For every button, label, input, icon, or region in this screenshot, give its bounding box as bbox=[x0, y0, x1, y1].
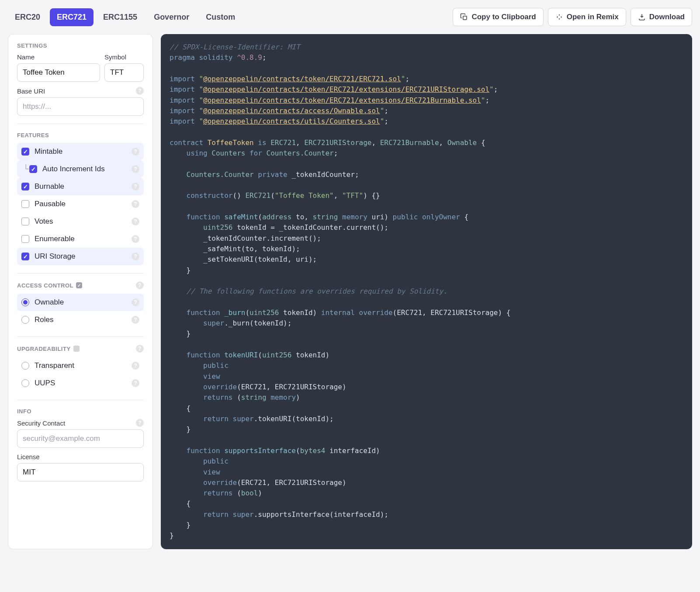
divider bbox=[17, 336, 144, 337]
help-icon[interactable]: ? bbox=[132, 316, 139, 324]
option-label: Votes bbox=[35, 217, 53, 226]
checkbox-input[interactable] bbox=[21, 253, 29, 260]
upgradeability-toggle[interactable] bbox=[73, 346, 80, 352]
name-input[interactable] bbox=[17, 63, 100, 82]
help-icon[interactable]: ? bbox=[132, 200, 139, 208]
open-remix-button[interactable]: Open in Remix bbox=[548, 8, 626, 26]
copy-icon bbox=[460, 13, 468, 21]
code-preview: // SPDX-License-Identifier: MIT pragma s… bbox=[161, 34, 692, 549]
divider bbox=[17, 273, 144, 273]
download-button[interactable]: Download bbox=[631, 8, 692, 26]
option-burnable[interactable]: Burnable? bbox=[17, 178, 144, 195]
features-heading: FEATURES bbox=[17, 132, 144, 138]
option-label: Roles bbox=[35, 315, 53, 324]
tab-erc721[interactable]: ERC721 bbox=[50, 8, 94, 26]
help-icon[interactable]: ? bbox=[132, 298, 139, 306]
option-enumerable[interactable]: Enumerable? bbox=[17, 230, 144, 248]
checkbox-input[interactable] bbox=[21, 235, 29, 243]
option-transparent[interactable]: Transparent? bbox=[17, 357, 144, 374]
option-label: Transparent bbox=[35, 361, 74, 370]
upgrade-heading: UPGRADEABILITY ? bbox=[17, 345, 144, 353]
access-control-toggle[interactable] bbox=[76, 282, 82, 288]
tab-erc20[interactable]: ERC20 bbox=[8, 8, 47, 26]
copy-label: Copy to Clipboard bbox=[471, 13, 536, 21]
option-label: UUPS bbox=[35, 379, 55, 388]
contract-type-tabs: ERC20 ERC721 ERC1155 Governor Custom bbox=[8, 8, 242, 26]
help-icon[interactable]: ? bbox=[132, 379, 139, 387]
settings-sidebar: SETTINGS Name Symbol Base URI ? bbox=[8, 34, 153, 549]
help-icon[interactable]: ? bbox=[132, 218, 139, 225]
option-auto-increment-ids[interactable]: Auto Increment Ids? bbox=[17, 160, 144, 178]
symbol-input[interactable] bbox=[104, 63, 144, 82]
option-roles[interactable]: Roles? bbox=[17, 311, 144, 329]
option-label: Burnable bbox=[35, 182, 64, 191]
divider bbox=[17, 124, 144, 124]
security-contact-label: Security Contact bbox=[17, 419, 65, 427]
option-pausable[interactable]: Pausable? bbox=[17, 195, 144, 213]
symbol-label: Symbol bbox=[104, 53, 144, 61]
help-icon[interactable]: ? bbox=[136, 281, 144, 289]
download-label: Download bbox=[649, 13, 685, 21]
option-label: Auto Increment Ids bbox=[42, 165, 105, 173]
help-icon[interactable]: ? bbox=[132, 253, 139, 260]
option-uups[interactable]: UUPS? bbox=[17, 374, 144, 392]
option-uri-storage[interactable]: URI Storage? bbox=[17, 248, 144, 265]
license-label: License bbox=[17, 453, 144, 460]
help-icon[interactable]: ? bbox=[132, 235, 139, 243]
tab-governor[interactable]: Governor bbox=[147, 8, 196, 26]
option-label: URI Storage bbox=[35, 252, 76, 261]
help-icon[interactable]: ? bbox=[136, 419, 144, 427]
divider bbox=[17, 400, 144, 400]
svg-rect-0 bbox=[463, 16, 467, 20]
remix-icon bbox=[555, 13, 563, 21]
copy-clipboard-button[interactable]: Copy to Clipboard bbox=[453, 8, 543, 26]
checkbox-input[interactable] bbox=[21, 148, 29, 156]
radio-input[interactable] bbox=[21, 316, 29, 324]
checkbox-input[interactable] bbox=[29, 165, 37, 173]
help-icon[interactable]: ? bbox=[132, 165, 139, 173]
header-actions: Copy to Clipboard Open in Remix Download bbox=[453, 8, 692, 26]
header: ERC20 ERC721 ERC1155 Governor Custom Cop… bbox=[8, 8, 692, 26]
info-heading: INFO bbox=[17, 408, 144, 415]
security-contact-input[interactable] bbox=[17, 429, 144, 448]
code-block[interactable]: // SPDX-License-Identifier: MIT pragma s… bbox=[170, 42, 683, 541]
radio-input[interactable] bbox=[21, 298, 29, 306]
tab-custom[interactable]: Custom bbox=[199, 8, 242, 26]
help-icon[interactable]: ? bbox=[132, 148, 139, 156]
option-label: Ownable bbox=[35, 298, 64, 307]
name-label: Name bbox=[17, 53, 100, 61]
access-heading: ACCESS CONTROL ? bbox=[17, 281, 144, 289]
help-icon[interactable]: ? bbox=[132, 362, 139, 370]
license-input[interactable] bbox=[17, 463, 144, 481]
checkbox-input[interactable] bbox=[21, 200, 29, 208]
option-votes[interactable]: Votes? bbox=[17, 213, 144, 230]
help-icon[interactable]: ? bbox=[136, 345, 144, 353]
baseuri-label: Base URI bbox=[17, 87, 45, 95]
radio-input[interactable] bbox=[21, 379, 29, 387]
option-label: Pausable bbox=[35, 200, 66, 208]
download-icon bbox=[638, 13, 646, 21]
baseuri-input[interactable] bbox=[17, 97, 144, 116]
settings-heading: SETTINGS bbox=[17, 42, 144, 49]
option-ownable[interactable]: Ownable? bbox=[17, 294, 144, 311]
option-label: Enumerable bbox=[35, 235, 75, 243]
help-icon[interactable]: ? bbox=[136, 87, 144, 95]
option-mintable[interactable]: Mintable? bbox=[17, 143, 144, 160]
checkbox-input[interactable] bbox=[21, 218, 29, 225]
remix-label: Open in Remix bbox=[567, 13, 619, 21]
checkbox-input[interactable] bbox=[21, 183, 29, 190]
help-icon[interactable]: ? bbox=[132, 183, 139, 190]
option-label: Mintable bbox=[35, 147, 62, 156]
radio-input[interactable] bbox=[21, 362, 29, 370]
tab-erc1155[interactable]: ERC1155 bbox=[96, 8, 144, 26]
